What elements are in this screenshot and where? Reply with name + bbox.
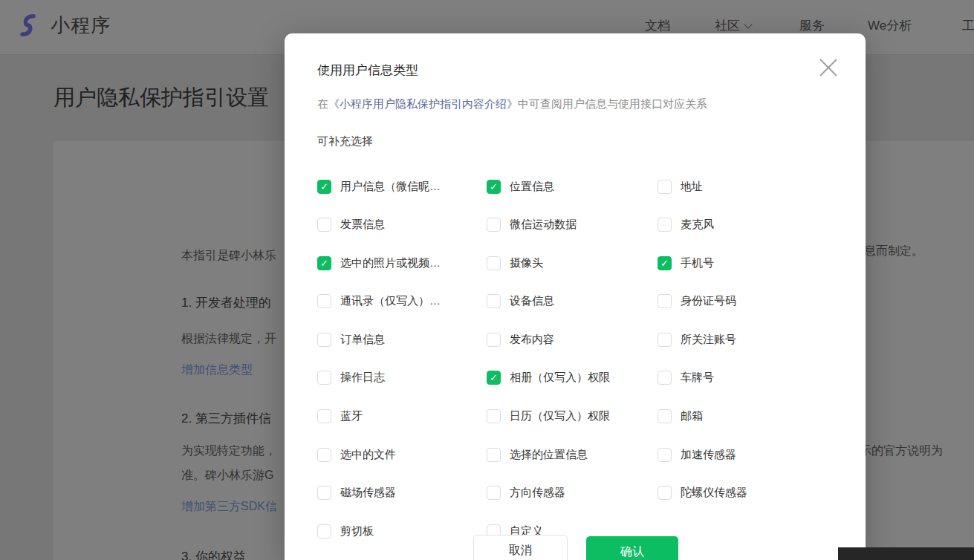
privacy-option-label: 日历（仅写入）权限 (510, 409, 610, 423)
checkbox-unchecked-icon[interactable] (317, 371, 331, 385)
privacy-option[interactable]: ✓位置信息 (487, 179, 658, 194)
privacy-option[interactable]: 麦克风 (658, 218, 839, 232)
section-label: 可补充选择 (317, 134, 373, 149)
checkbox-unchecked-icon[interactable] (487, 486, 501, 500)
privacy-option-label: 选中的文件 (340, 448, 396, 462)
checkbox-unchecked-icon[interactable] (317, 294, 331, 308)
privacy-option-label: 方向传感器 (510, 486, 565, 500)
privacy-option[interactable]: 摄像头 (487, 255, 658, 270)
privacy-option-label: 车牌号 (681, 371, 714, 385)
privacy-option-label: 身份证号码 (681, 294, 736, 308)
privacy-option-label: 选择的位置信息 (510, 448, 588, 462)
close-icon[interactable] (818, 57, 839, 78)
checkbox-checked-icon[interactable]: ✓ (487, 371, 501, 385)
checkbox-unchecked-icon[interactable] (658, 486, 672, 500)
dark-corner-box (838, 547, 974, 560)
privacy-option[interactable]: 设备信息 (487, 294, 658, 309)
privacy-option-label: 发布内容 (510, 333, 554, 347)
checkbox-unchecked-icon[interactable] (317, 409, 331, 423)
privacy-option-label: 陀螺仪传感器 (681, 486, 747, 500)
privacy-option-label: 发票信息 (340, 218, 385, 232)
privacy-option[interactable]: 车牌号 (658, 371, 839, 385)
checkbox-unchecked-icon[interactable] (317, 333, 331, 347)
privacy-option[interactable]: 蓝牙 (317, 409, 487, 424)
privacy-option-label: 手机号 (681, 256, 714, 270)
privacy-option[interactable]: 发票信息 (317, 218, 487, 232)
checkbox-unchecked-icon[interactable] (658, 333, 672, 347)
privacy-option[interactable]: 陀螺仪传感器 (658, 486, 839, 501)
confirm-button[interactable]: 确认 (586, 536, 678, 560)
checkbox-unchecked-icon[interactable] (317, 448, 331, 462)
privacy-guide-intro-link[interactable]: 《小程序用户隐私保护指引内容介绍》 (328, 97, 518, 110)
privacy-option[interactable]: 订单信息 (317, 332, 487, 347)
privacy-option[interactable]: 选中的文件 (317, 447, 487, 462)
privacy-option-label: 微信运动数据 (510, 218, 577, 232)
privacy-option[interactable]: 身份证号码 (658, 294, 839, 309)
privacy-option-label: 摄像头 (510, 256, 543, 270)
checkbox-checked-icon[interactable]: ✓ (317, 180, 331, 194)
privacy-option[interactable]: 通讯录（仅写入）… (317, 294, 487, 309)
privacy-option[interactable]: 加速传感器 (658, 447, 839, 462)
checkbox-unchecked-icon[interactable] (487, 409, 501, 423)
checkbox-unchecked-icon[interactable] (658, 409, 672, 423)
privacy-option[interactable]: 选择的位置信息 (487, 447, 658, 462)
privacy-option-label: 磁场传感器 (340, 486, 396, 500)
checkbox-unchecked-icon[interactable] (487, 294, 501, 308)
checkbox-checked-icon[interactable]: ✓ (658, 256, 672, 270)
privacy-option-label: 操作日志 (340, 371, 385, 385)
privacy-option[interactable]: 日历（仅写入）权限 (487, 409, 658, 424)
privacy-option[interactable]: 邮箱 (658, 409, 839, 424)
checkbox-unchecked-icon[interactable] (658, 294, 672, 308)
dialog-title: 使用用户信息类型 (317, 62, 418, 79)
checkbox-unchecked-icon[interactable] (487, 256, 501, 270)
privacy-option[interactable]: 地址 (658, 179, 839, 194)
privacy-option-label: 所关注账号 (681, 333, 736, 347)
privacy-option[interactable]: 微信运动数据 (487, 218, 658, 232)
checkbox-unchecked-icon[interactable] (658, 448, 672, 462)
checkbox-checked-icon[interactable]: ✓ (487, 180, 501, 194)
checkbox-unchecked-icon[interactable] (317, 218, 331, 232)
privacy-option[interactable]: ✓用户信息（微信昵… (317, 179, 487, 194)
dialog-intro: 在《小程序用户隐私保护指引内容介绍》中可查阅用户信息与使用接口对应关系 (317, 97, 707, 111)
intro-suffix: 中可查阅用户信息与使用接口对应关系 (518, 97, 707, 110)
privacy-option-label: 麦克风 (681, 218, 714, 232)
privacy-option-label: 加速传感器 (681, 448, 736, 462)
privacy-option-label: 订单信息 (340, 333, 385, 347)
privacy-option-label: 相册（仅写入）权限 (510, 371, 610, 385)
privacy-option[interactable]: 操作日志 (317, 371, 487, 385)
privacy-option[interactable]: ✓选中的照片或视频… (317, 255, 487, 270)
privacy-option-label: 选中的照片或视频… (340, 256, 441, 270)
privacy-option[interactable]: ✓相册（仅写入）权限 (487, 371, 658, 385)
checkbox-unchecked-icon[interactable] (317, 524, 331, 538)
checkbox-unchecked-icon[interactable] (487, 333, 501, 347)
privacy-option[interactable]: 磁场传感器 (317, 486, 487, 501)
privacy-option[interactable]: ✓手机号 (658, 255, 839, 270)
privacy-option-label: 设备信息 (510, 294, 554, 308)
privacy-option-label: 蓝牙 (340, 409, 363, 423)
privacy-option-label: 邮箱 (681, 409, 703, 423)
user-info-type-dialog: 使用用户信息类型 在《小程序用户隐私保护指引内容介绍》中可查阅用户信息与使用接口… (285, 33, 866, 560)
privacy-option[interactable]: 剪切板 (317, 524, 487, 538)
privacy-option-label: 位置信息 (510, 180, 554, 194)
privacy-option[interactable]: 所关注账号 (658, 332, 839, 347)
privacy-option-label: 地址 (681, 180, 703, 194)
checkbox-checked-icon[interactable]: ✓ (317, 256, 331, 270)
checkbox-unchecked-icon[interactable] (487, 218, 501, 232)
privacy-option[interactable]: 发布内容 (487, 332, 658, 347)
checkbox-unchecked-icon[interactable] (487, 448, 501, 462)
intro-prefix: 在 (317, 97, 328, 110)
checkbox-unchecked-icon[interactable] (658, 180, 672, 194)
options-grid: ✓用户信息（微信昵…✓位置信息地址发票信息微信运动数据麦克风✓选中的照片或视频…… (317, 179, 839, 560)
checkbox-unchecked-icon[interactable] (658, 218, 672, 232)
privacy-option[interactable]: 方向传感器 (487, 486, 658, 501)
privacy-option-label: 通讯录（仅写入）… (340, 294, 441, 308)
privacy-option-label: 用户信息（微信昵… (340, 180, 441, 194)
checkbox-unchecked-icon[interactable] (658, 371, 672, 385)
cancel-button[interactable]: 取消 (473, 535, 568, 560)
privacy-option-label: 剪切板 (340, 524, 374, 538)
checkbox-unchecked-icon[interactable] (317, 486, 331, 500)
